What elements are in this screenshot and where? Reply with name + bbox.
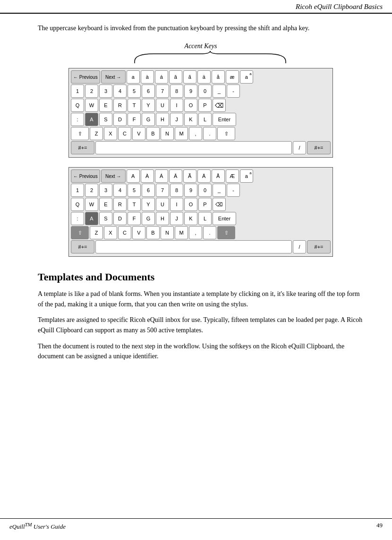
- key-3[interactable]: 3: [99, 84, 112, 98]
- key2-k[interactable]: K: [184, 212, 197, 225]
- key-a-uml[interactable]: ä: [197, 70, 211, 84]
- key2-5[interactable]: 5: [128, 184, 141, 197]
- key-g[interactable]: G: [142, 113, 155, 126]
- key2-1[interactable]: 1: [71, 184, 84, 197]
- key-a-circ[interactable]: â: [169, 70, 182, 84]
- key-n[interactable]: N: [161, 127, 174, 140]
- key2-2[interactable]: 2: [85, 184, 98, 197]
- key-9[interactable]: 9: [184, 84, 197, 98]
- key-ordfem-2[interactable]: aa: [240, 169, 253, 183]
- key2-f[interactable]: F: [128, 212, 141, 225]
- key-colon[interactable]: :: [71, 113, 84, 126]
- key2-g[interactable]: G: [142, 212, 155, 225]
- key-x[interactable]: X: [104, 127, 117, 140]
- key2-e[interactable]: E: [99, 198, 112, 211]
- key-b[interactable]: B: [146, 127, 160, 140]
- key-r[interactable]: R: [113, 99, 127, 112]
- key-enter[interactable]: Enter: [213, 113, 236, 126]
- key2-0[interactable]: 0: [198, 184, 212, 197]
- key-next-2[interactable]: Next →: [101, 169, 126, 183]
- key-backspace[interactable]: ⌫: [213, 99, 226, 112]
- key-dash[interactable]: -: [227, 84, 240, 98]
- key-A-uml[interactable]: Ä: [197, 169, 211, 183]
- key-k[interactable]: K: [184, 113, 197, 126]
- key-7[interactable]: 7: [156, 84, 169, 98]
- key-m[interactable]: M: [175, 127, 188, 140]
- key2-a-hl[interactable]: A: [85, 212, 98, 225]
- key-comma[interactable]: ,: [189, 127, 202, 140]
- key2-backspace[interactable]: ⌫: [213, 198, 226, 211]
- key-y[interactable]: Y: [142, 99, 155, 112]
- key2-9[interactable]: 9: [184, 184, 197, 197]
- key-period[interactable]: .: [203, 127, 216, 140]
- key2-3[interactable]: 3: [99, 184, 112, 197]
- key2-x[interactable]: X: [104, 226, 117, 239]
- key-v[interactable]: V: [132, 127, 145, 140]
- key2-7[interactable]: 7: [156, 184, 169, 197]
- key-func-r[interactable]: #+=: [307, 141, 331, 154]
- key-a-acute[interactable]: á: [155, 70, 168, 84]
- key2-q[interactable]: Q: [71, 198, 84, 211]
- key2-colon[interactable]: :: [71, 212, 84, 225]
- key2-underscore[interactable]: _: [213, 184, 226, 197]
- key-slash[interactable]: /: [293, 141, 306, 154]
- key-ordfem[interactable]: aa: [240, 70, 253, 84]
- key2-p[interactable]: P: [198, 198, 212, 211]
- key-A-tilde[interactable]: Ã: [183, 169, 196, 183]
- key-space[interactable]: [95, 141, 292, 154]
- key-u[interactable]: U: [156, 99, 169, 112]
- key2-z[interactable]: Z: [90, 226, 103, 239]
- key2-y[interactable]: Y: [142, 198, 155, 211]
- key-A-acute[interactable]: Á: [155, 169, 168, 183]
- key-4[interactable]: 4: [113, 84, 127, 98]
- key2-enter[interactable]: Enter: [213, 212, 236, 225]
- key-a-ring[interactable]: å: [212, 70, 225, 84]
- key-a-tilde[interactable]: ã: [183, 70, 196, 84]
- key-a-grave[interactable]: à: [141, 70, 154, 84]
- key-A-grave[interactable]: À: [141, 169, 154, 183]
- key2-d[interactable]: D: [113, 212, 127, 225]
- key-s[interactable]: S: [99, 113, 112, 126]
- key-a-hl[interactable]: A: [85, 113, 98, 126]
- key2-dash[interactable]: -: [227, 184, 240, 197]
- key2-shift-l[interactable]: ⇧: [71, 226, 89, 239]
- key2-comma[interactable]: ,: [189, 226, 202, 239]
- key2-shift-r[interactable]: ⇧: [217, 226, 235, 239]
- key-w[interactable]: W: [85, 99, 98, 112]
- key-o[interactable]: O: [184, 99, 197, 112]
- key-2[interactable]: 2: [85, 84, 98, 98]
- key2-w[interactable]: W: [85, 198, 98, 211]
- key2-8[interactable]: 8: [170, 184, 183, 197]
- key-prev-1[interactable]: ← Previous: [71, 70, 100, 84]
- key-ae[interactable]: æ: [226, 70, 239, 84]
- key2-m[interactable]: M: [175, 226, 188, 239]
- key2-6[interactable]: 6: [142, 184, 155, 197]
- key2-t[interactable]: T: [128, 198, 141, 211]
- key2-b[interactable]: B: [146, 226, 160, 239]
- key-5[interactable]: 5: [128, 84, 141, 98]
- key-A-base[interactable]: A: [127, 169, 140, 183]
- key-f[interactable]: F: [128, 113, 141, 126]
- key2-n[interactable]: N: [161, 226, 174, 239]
- key2-slash[interactable]: /: [293, 240, 306, 253]
- key-z[interactable]: Z: [90, 127, 103, 140]
- key-A-circ[interactable]: Â: [169, 169, 182, 183]
- key2-s[interactable]: S: [99, 212, 112, 225]
- key2-space[interactable]: [95, 240, 292, 253]
- key2-o[interactable]: O: [184, 198, 197, 211]
- key2-period[interactable]: .: [203, 226, 216, 239]
- key-shift-l[interactable]: ⇧: [71, 127, 89, 140]
- key-j[interactable]: J: [170, 113, 183, 126]
- key-underscore[interactable]: _: [213, 84, 226, 98]
- key2-v[interactable]: V: [132, 226, 145, 239]
- key-1[interactable]: 1: [71, 84, 84, 98]
- key2-func-r[interactable]: #+=: [307, 240, 331, 253]
- key-c[interactable]: C: [118, 127, 131, 140]
- key-8[interactable]: 8: [170, 84, 183, 98]
- key-p[interactable]: P: [198, 99, 212, 112]
- key-prev-2[interactable]: ← Previous: [71, 169, 100, 183]
- key-6[interactable]: 6: [142, 84, 155, 98]
- key2-h[interactable]: H: [156, 212, 169, 225]
- key-next-1[interactable]: Next →: [101, 70, 126, 84]
- key-h[interactable]: H: [156, 113, 169, 126]
